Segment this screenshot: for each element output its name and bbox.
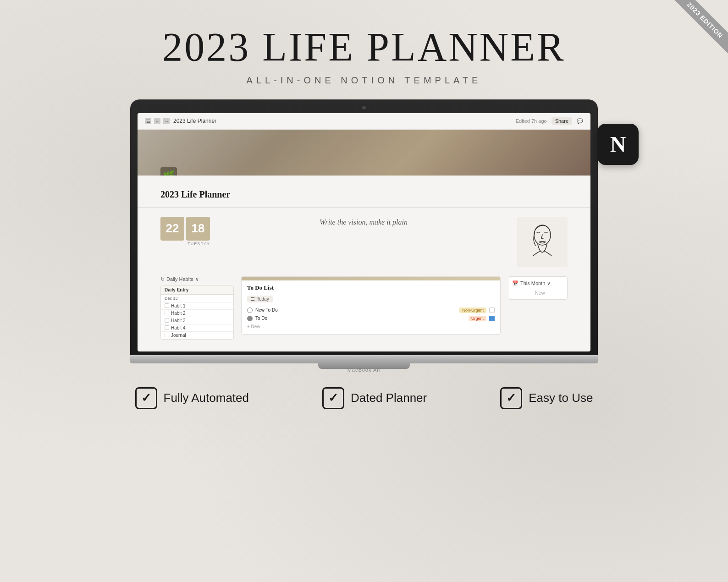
todo-section: To Do List ☰ Today New To Do <box>241 276 501 340</box>
habits-date: Dec 13 <box>161 295 233 302</box>
habit-label-4: Habit 4 <box>171 325 186 330</box>
notion-icon-letter: N <box>610 133 626 155</box>
month-chevron: ∨ <box>547 280 551 286</box>
clock-day: TUESDAY <box>160 242 210 246</box>
habit-row-2: Habit 2 <box>161 310 233 317</box>
habit-check-1[interactable] <box>165 303 169 308</box>
todo-tag-2: Urgent <box>469 316 486 321</box>
habit-row-1: Habit 1 <box>161 302 233 310</box>
todo-text-2: To Do <box>255 316 466 321</box>
share-button[interactable]: Share <box>552 117 572 125</box>
subtitle: ALL-IN-ONE NOTION TEMPLATE <box>0 75 728 86</box>
notion-icon: N <box>597 124 639 165</box>
notion-body: 2023 Life Planner 22 <box>138 176 590 347</box>
habit-check-2[interactable] <box>165 311 169 315</box>
calendar-icon: 📅 <box>512 280 518 286</box>
quote-text: Write the vision, make it plain <box>320 217 408 228</box>
month-section: 📅 This Month ∨ + New <box>508 276 568 340</box>
month-label: This Month <box>520 280 545 286</box>
face-art-svg <box>519 219 565 265</box>
month-card: 📅 This Month ∨ + New <box>508 276 568 300</box>
quote-widget: Write the vision, make it plain <box>217 217 510 228</box>
todo-check-1[interactable] <box>247 307 253 313</box>
todo-card: To Do List ☰ Today New To Do <box>241 276 501 335</box>
habits-table: Daily Entry Dec 13 Habit 1 Habit 2 <box>160 285 234 340</box>
features-row: Fully Automated Dated Planner Easy to Us… <box>0 387 728 409</box>
habit-check-4[interactable] <box>165 325 169 330</box>
feature-1: Fully Automated <box>135 387 249 409</box>
page-icon: 🌿 <box>160 167 177 176</box>
laptop-label: MacBook Air <box>130 367 598 373</box>
feature-label-1: Fully Automated <box>164 391 249 405</box>
clock-widget: 22 18 TUESDAY <box>160 217 210 246</box>
laptop: ☰ ← → 2023 Life Planner Edited 7h ago Sh… <box>130 99 598 373</box>
feature-check-3 <box>500 387 522 409</box>
todo-text-1: New To Do <box>255 307 457 313</box>
habit-row-4: Habit 4 <box>161 324 233 332</box>
bottom-row: ↻ Daily Habits ∨ Daily Entry Dec 13 <box>160 276 568 340</box>
refresh-icon: ↻ <box>160 276 165 282</box>
habits-table-header: Daily Entry <box>161 286 233 295</box>
habit-row-journal: Journal <box>161 332 233 339</box>
menu-icon[interactable]: ☰ <box>145 118 151 124</box>
todo-row-1: New To Do Non-Urgent <box>247 306 495 314</box>
habit-row-3: Habit 3 <box>161 317 233 324</box>
habit-label-3: Habit 3 <box>171 318 186 323</box>
laptop-base <box>130 355 598 363</box>
hero-image: 🌿 <box>138 130 590 176</box>
feature-2: Dated Planner <box>322 387 427 409</box>
edited-text: Edited 7h ago <box>516 118 547 124</box>
habit-check-3[interactable] <box>165 318 169 323</box>
laptop-screen-outer: ☰ ← → 2023 Life Planner Edited 7h ago Sh… <box>130 99 598 355</box>
clock-minute: 18 <box>192 221 205 236</box>
feature-label-3: Easy to Use <box>529 391 593 405</box>
topbar-icons: ☰ ← → <box>145 118 170 124</box>
clock-minute-box: 18 <box>186 217 210 241</box>
main-title: 2023 Life Planner <box>0 25 728 70</box>
todo-checkbox-2[interactable] <box>489 316 495 321</box>
feature-check-1 <box>135 387 157 409</box>
todo-row-2: To Do Urgent <box>247 314 495 323</box>
habits-section: ↻ Daily Habits ∨ Daily Entry Dec 13 <box>160 276 234 340</box>
habit-check-journal[interactable] <box>165 333 169 337</box>
face-widget <box>517 217 568 267</box>
widget-row: 22 18 TUESDAY Write the visi <box>160 217 568 267</box>
habit-label-journal: Journal <box>171 333 186 338</box>
habits-chevron: ∨ <box>195 276 199 282</box>
divider <box>138 207 590 208</box>
clock-digits: 22 18 <box>160 217 210 241</box>
back-icon[interactable]: ← <box>154 118 160 124</box>
feature-3: Easy to Use <box>500 387 593 409</box>
todo-tag-1: Non-Urgent <box>459 307 486 313</box>
todo-check-2[interactable] <box>247 316 253 321</box>
todo-filter[interactable]: ☰ Today <box>247 296 273 302</box>
header: 2023 Life Planner ALL-IN-ONE NOTION TEMP… <box>0 0 728 95</box>
todo-new-button[interactable]: + New <box>247 323 495 330</box>
notion-topbar: ☰ ← → 2023 Life Planner Edited 7h ago Sh… <box>138 113 590 130</box>
filter-icon: ☰ <box>251 296 255 302</box>
todo-body: To Do List ☰ Today New To Do <box>242 280 500 334</box>
todo-checkbox-1[interactable] <box>489 307 495 313</box>
habit-label-2: Habit 2 <box>171 311 186 316</box>
comment-icon[interactable]: 💬 <box>577 118 583 124</box>
feature-label-2: Dated Planner <box>351 391 427 405</box>
month-new-button[interactable]: + New <box>512 290 563 296</box>
forward-icon[interactable]: → <box>163 118 170 124</box>
habit-label-1: Habit 1 <box>171 303 186 308</box>
breadcrumb: 2023 Life Planner <box>173 118 512 124</box>
hero-overlay <box>138 130 590 176</box>
notion-content: 🌿 2023 Life Planner 22 <box>138 130 590 351</box>
page-title: 2023 Life Planner <box>160 189 568 200</box>
laptop-screen: ☰ ← → 2023 Life Planner Edited 7h ago Sh… <box>138 113 590 351</box>
topbar-right: Edited 7h ago Share 💬 <box>516 117 583 125</box>
habits-header: ↻ Daily Habits ∨ <box>160 276 234 282</box>
clock-hour-box: 22 <box>160 217 184 241</box>
todo-topbar-bar <box>242 277 500 280</box>
todo-title: To Do List <box>247 284 495 291</box>
clock-hour: 22 <box>166 221 179 236</box>
laptop-camera <box>362 106 366 110</box>
corner-ribbon: 2023 EDITION <box>655 0 728 73</box>
filter-label: Today <box>257 296 269 302</box>
habits-label: Daily Habits <box>166 276 193 282</box>
feature-check-2 <box>322 387 344 409</box>
